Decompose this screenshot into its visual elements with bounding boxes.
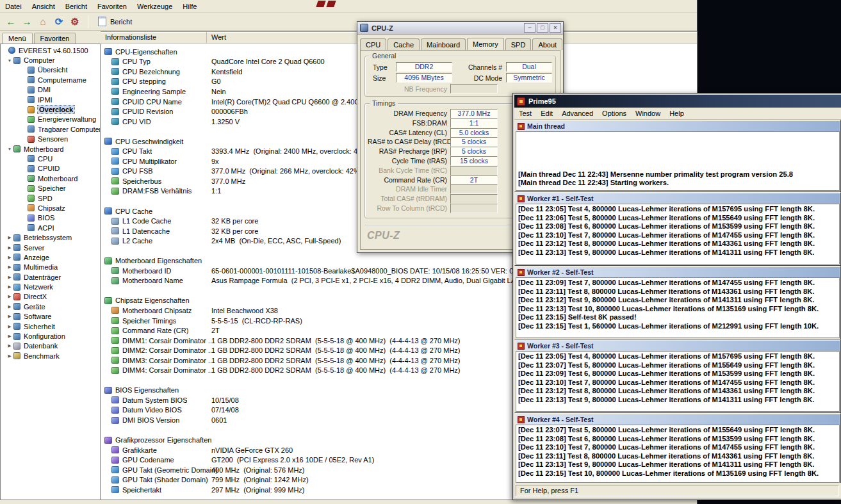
expander-icon[interactable]: ▶ bbox=[6, 255, 13, 260]
tree-item[interactable]: Übersicht bbox=[1, 65, 100, 75]
tree-item[interactable]: Overclock bbox=[1, 104, 100, 114]
settings-icon[interactable] bbox=[67, 14, 83, 29]
tree-item-icon bbox=[28, 204, 35, 211]
tree-item[interactable]: ▶ Geräte bbox=[1, 302, 100, 311]
expander-icon[interactable]: ▶ bbox=[6, 343, 13, 348]
tree-item[interactable]: ▶ Anzeige bbox=[1, 252, 100, 262]
tree-item[interactable]: CPUID bbox=[1, 164, 100, 174]
tree-item[interactable]: ▶ DirectX bbox=[1, 292, 100, 302]
tree-item[interactable]: DMI bbox=[1, 85, 100, 95]
expander-icon[interactable]: ▶ bbox=[6, 275, 13, 280]
tree-item[interactable]: ▶ Sicherheit bbox=[1, 321, 100, 331]
prime95-titlebar[interactable]: Prime95 bbox=[514, 95, 841, 108]
child-window-titlebar[interactable]: Worker #4 - Self-Test bbox=[516, 414, 840, 425]
tree-item[interactable]: ▶ Datenträger bbox=[1, 272, 100, 282]
expander-icon[interactable]: ▶ bbox=[6, 324, 13, 329]
main-thread-window[interactable]: Main thread [Main thread Dec 11 22:43] M… bbox=[514, 120, 841, 192]
back-icon[interactable] bbox=[3, 14, 19, 29]
menu-item[interactable]: Ansicht bbox=[27, 1, 60, 12]
tree-item[interactable]: Motherboard bbox=[1, 174, 100, 183]
child-window-titlebar[interactable]: Worker #1 - Self-Test bbox=[516, 193, 840, 204]
tree-item[interactable]: Speicher bbox=[1, 183, 100, 193]
close-button[interactable] bbox=[550, 23, 561, 33]
menu-item[interactable]: Datei bbox=[0, 1, 27, 12]
tree-item[interactable]: Energieverwaltung bbox=[1, 115, 100, 124]
expander-icon[interactable]: ▶ bbox=[6, 294, 13, 299]
child-window-titlebar[interactable]: Main thread bbox=[516, 121, 840, 131]
tree-item[interactable]: ▶ Datenbank bbox=[1, 341, 100, 351]
forward-icon[interactable] bbox=[19, 14, 35, 29]
tree-item[interactable]: ▼ Computer bbox=[1, 55, 100, 65]
minimize-button[interactable] bbox=[524, 23, 535, 33]
tree-item[interactable]: Sensoren bbox=[1, 134, 100, 144]
menu-item[interactable]: Window bbox=[631, 108, 665, 118]
home-icon[interactable] bbox=[35, 14, 51, 29]
menu-item[interactable]: Test bbox=[514, 108, 536, 118]
expander-icon[interactable]: ▶ bbox=[6, 334, 13, 339]
child-window-titlebar[interactable]: Worker #3 - Self-Test bbox=[516, 341, 840, 351]
expander-icon[interactable]: ▶ bbox=[6, 245, 13, 250]
expander-icon[interactable]: ▶ bbox=[6, 354, 13, 359]
menu-item[interactable]: Edit bbox=[536, 108, 557, 118]
worker1-window[interactable]: Worker #1 - Self-Test [Dec 11 23:05] Tes… bbox=[514, 192, 841, 266]
cpuz-titlebar[interactable]: CPU-Z bbox=[357, 22, 563, 35]
tree-item[interactable]: Computername bbox=[1, 75, 100, 85]
tree-item[interactable]: ▶ Software bbox=[1, 312, 100, 321]
expander-icon[interactable]: ▶ bbox=[6, 264, 13, 270]
menu-item[interactable]: Werkzeuge bbox=[132, 1, 177, 12]
menu-item[interactable]: Bericht bbox=[60, 1, 92, 12]
info-label: CPU Typ bbox=[122, 58, 151, 65]
tree-item-icon bbox=[13, 264, 20, 271]
tree-item[interactable]: Chipsatz bbox=[1, 203, 100, 213]
worker2-window[interactable]: Worker #2 - Self-Test [Dec 11 23:09] Tes… bbox=[514, 266, 841, 339]
cpuz-tab[interactable]: Cache bbox=[388, 38, 420, 50]
refresh-icon[interactable] bbox=[51, 14, 67, 29]
tree-item[interactable]: ▶ Benchmark bbox=[1, 351, 100, 361]
info-label: L2 Cache bbox=[122, 237, 152, 245]
tree-item[interactable]: CPU bbox=[1, 154, 100, 163]
expander-icon[interactable]: ▶ bbox=[6, 314, 13, 319]
tree-item-label: Netzwerk bbox=[24, 283, 53, 291]
cpuz-tab[interactable]: About bbox=[532, 38, 562, 50]
tree-item[interactable]: ▶ Betriebssystem bbox=[1, 232, 100, 242]
row-icon bbox=[111, 317, 119, 324]
maximize-button[interactable] bbox=[537, 23, 548, 33]
expander-icon[interactable]: ▶ bbox=[6, 235, 13, 240]
cpuz-tab[interactable]: SPD bbox=[505, 38, 532, 50]
tree-item-icon bbox=[28, 67, 35, 74]
menu-item[interactable]: Hilfe bbox=[177, 1, 202, 12]
tree-item[interactable]: IPMI bbox=[1, 95, 100, 104]
expander-icon[interactable]: ▶ bbox=[6, 304, 13, 309]
tree-item[interactable]: Tragbarer Computer bbox=[1, 124, 100, 134]
report-button[interactable]: Bericht bbox=[93, 15, 137, 28]
tree-item[interactable]: ACPI bbox=[1, 223, 100, 232]
tree-item[interactable]: SPD bbox=[1, 193, 100, 203]
expander-icon[interactable]: ▼ bbox=[6, 58, 13, 63]
column-header-informationsliste[interactable]: Informationsliste bbox=[101, 32, 207, 43]
tree-item[interactable]: ▼ Motherboard bbox=[1, 144, 100, 154]
tree-item-icon bbox=[13, 313, 20, 320]
cpuz-tab[interactable]: Mainboard bbox=[421, 38, 466, 50]
timing-value: 15 clocks bbox=[450, 156, 498, 166]
cpuz-tab[interactable]: CPU bbox=[360, 38, 386, 50]
expander-icon[interactable]: ▶ bbox=[6, 284, 13, 289]
menu-item[interactable]: Help bbox=[665, 108, 689, 118]
child-window-titlebar[interactable]: Worker #2 - Self-Test bbox=[516, 267, 840, 277]
cpuz-tab[interactable]: Memory bbox=[467, 38, 504, 51]
menu-item[interactable]: Favoriten bbox=[92, 1, 132, 12]
tree-item[interactable]: ▶ Netzwerk bbox=[1, 282, 100, 291]
menu-item[interactable]: Advanced bbox=[557, 108, 598, 118]
expander-icon[interactable]: ▼ bbox=[6, 147, 13, 151]
tree-item[interactable]: BIOS bbox=[1, 213, 100, 223]
tree-item-label: Sicherheit bbox=[24, 323, 55, 330]
worker4-window[interactable]: Worker #4 - Self-Test [Dec 11 23:07] Tes… bbox=[514, 413, 841, 483]
menu-item[interactable]: Options bbox=[598, 108, 631, 118]
tree-item[interactable]: ▶ Konfiguration bbox=[1, 331, 100, 341]
sidebar-tab[interactable]: Favoriten bbox=[34, 33, 76, 44]
worker3-window[interactable]: Worker #3 - Self-Test [Dec 11 23:05] Tes… bbox=[514, 339, 841, 413]
tree-item[interactable]: ▶ Server bbox=[1, 243, 100, 252]
tree-item[interactable]: EVEREST v4.60.1500 bbox=[1, 45, 100, 55]
tree-item[interactable]: ▶ Multimedia bbox=[1, 263, 100, 272]
timing-label: Row To Column (tRCD) bbox=[368, 204, 447, 212]
sidebar-tab[interactable]: Menü bbox=[2, 33, 33, 44]
